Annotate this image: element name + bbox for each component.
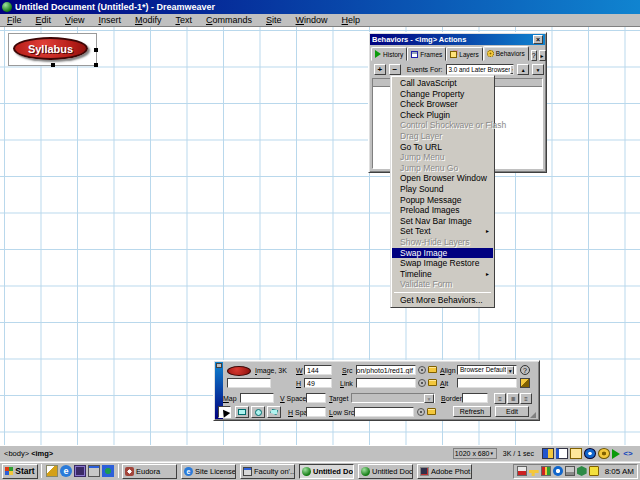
tray-icon-6[interactable] xyxy=(577,466,587,476)
add-behavior-button[interactable]: + xyxy=(374,64,386,75)
quick-launch-icon-3[interactable] xyxy=(74,465,86,477)
close-icon[interactable]: × xyxy=(533,35,543,44)
edit-button[interactable]: Edit xyxy=(495,406,529,417)
css-styles-icon[interactable] xyxy=(584,448,596,459)
browse-folder-icon[interactable] xyxy=(428,379,437,386)
menu-item-set-nav-bar-image[interactable]: Set Nav Bar Image xyxy=(392,216,493,227)
border-field[interactable] xyxy=(462,393,488,403)
body-tag[interactable]: <body> xyxy=(4,449,29,458)
quick-launch-icon-5[interactable] xyxy=(102,465,114,477)
menu-file[interactable]: File xyxy=(0,14,29,26)
move-down-icon[interactable]: ▼ xyxy=(532,64,544,75)
task-button-site-license[interactable]: e Site License... xyxy=(181,464,236,479)
resize-handle-right[interactable] xyxy=(94,48,98,52)
remove-behavior-button[interactable]: − xyxy=(389,64,401,75)
move-up-icon[interactable]: ▲ xyxy=(517,64,529,75)
menu-item-set-text[interactable]: Set Text ► xyxy=(392,226,493,237)
menu-view[interactable]: View xyxy=(58,14,91,26)
browse-folder-icon[interactable] xyxy=(428,366,437,373)
events-for-dropdown[interactable]: 3.0 and Later Browser ▼ xyxy=(446,64,515,75)
tray-icon-3[interactable] xyxy=(541,466,551,476)
height-field[interactable]: 49 xyxy=(304,378,332,388)
panel-expander-icon[interactable] xyxy=(530,412,536,418)
show-desktop-icon[interactable] xyxy=(88,465,100,477)
panel-collapse-icon[interactable] xyxy=(216,363,222,368)
menu-item-play-sound[interactable]: Play Sound xyxy=(392,184,493,195)
task-button-eudora[interactable]: Eudora xyxy=(122,464,177,479)
menu-item-check-plugin[interactable]: Check Plugin xyxy=(392,110,493,121)
img-tag[interactable]: <img> xyxy=(31,449,53,458)
circle-hotspot-button[interactable] xyxy=(251,406,265,418)
menu-help[interactable]: Help xyxy=(335,14,368,26)
task-button-faculty[interactable]: Faculty on'... xyxy=(240,464,295,479)
menu-item-timeline[interactable]: Timeline ► xyxy=(392,269,493,280)
help-icon[interactable]: ? xyxy=(531,50,537,61)
task-button-untitled-doc-1[interactable]: Untitled Doc... xyxy=(299,464,354,479)
menu-commands[interactable]: Commands xyxy=(199,14,259,26)
selected-image[interactable]: Syllabus xyxy=(8,33,97,66)
align-dropdown[interactable]: Browser Default ▼ xyxy=(457,365,517,375)
tag-selector[interactable]: <body> <img> xyxy=(4,449,453,458)
tray-icon-4[interactable] xyxy=(553,466,563,476)
point-to-file-icon[interactable] xyxy=(418,366,426,374)
edit-pencil-icon[interactable] xyxy=(520,378,530,388)
tray-icon-2[interactable] xyxy=(529,466,539,476)
hspace-field[interactable] xyxy=(306,407,326,417)
menu-item-open-browser-window[interactable]: Open Browser Window xyxy=(392,173,493,184)
menu-item-go-to-url[interactable]: Go To URL xyxy=(392,142,493,153)
task-button-adobe-photoshop[interactable]: Adobe Phot... xyxy=(417,464,472,479)
help-icon[interactable]: ? xyxy=(520,365,530,375)
panel-expand-icon[interactable]: ► xyxy=(539,50,546,61)
image-name-field[interactable] xyxy=(227,378,271,388)
tray-icon-7[interactable] xyxy=(589,466,599,476)
lowsrc-field[interactable] xyxy=(354,407,414,417)
menu-item-swap-image[interactable]: Swap Image xyxy=(392,248,493,259)
quick-launch-ie-icon[interactable]: e xyxy=(60,465,72,477)
menu-text[interactable]: Text xyxy=(168,14,199,26)
align-center-button[interactable]: ≣ xyxy=(507,393,519,404)
browse-folder-icon[interactable] xyxy=(427,408,436,415)
vspace-field[interactable] xyxy=(306,393,326,403)
html-styles-icon[interactable] xyxy=(570,448,582,459)
behaviors-icon[interactable] xyxy=(598,448,610,459)
point-to-file-icon[interactable] xyxy=(418,379,426,387)
menu-site[interactable]: Site xyxy=(259,14,289,26)
alt-field[interactable] xyxy=(457,378,517,388)
menu-modify[interactable]: Modify xyxy=(128,14,169,26)
menu-item-preload-images[interactable]: Preload Images xyxy=(392,205,493,216)
start-button[interactable]: Start xyxy=(2,464,38,479)
history-icon[interactable] xyxy=(612,449,620,459)
tab-frames[interactable]: Frames xyxy=(407,47,446,61)
map-field[interactable] xyxy=(240,393,274,403)
resize-handle-corner[interactable] xyxy=(94,63,98,67)
html-source-icon[interactable]: <> xyxy=(622,448,634,459)
menu-insert[interactable]: Insert xyxy=(91,14,128,26)
menu-item-popup-message[interactable]: Popup Message xyxy=(392,195,493,206)
tray-icon-1[interactable] xyxy=(517,466,527,476)
link-field[interactable] xyxy=(356,378,416,388)
tab-layers[interactable]: Layers xyxy=(446,47,483,61)
refresh-button[interactable]: Refresh xyxy=(453,406,491,417)
window-size-selector[interactable]: 1020 x 680 ▾ xyxy=(453,448,497,459)
rect-hotspot-button[interactable] xyxy=(235,406,249,418)
tab-history[interactable]: History xyxy=(371,47,407,61)
chevron-down-icon[interactable]: ▼ xyxy=(506,366,514,375)
menu-item-swap-image-restore[interactable]: Swap Image Restore xyxy=(392,258,493,269)
menu-item-check-browser[interactable]: Check Browser xyxy=(392,99,493,110)
quick-launch-icon-1[interactable] xyxy=(46,465,58,477)
menu-item-get-more-behaviors[interactable]: Get More Behaviors... xyxy=(392,295,493,306)
src-field[interactable]: nication/photo1/red1.gif xyxy=(356,365,416,375)
task-button-untitled-doc-2[interactable]: Untitled Doc... xyxy=(358,464,413,479)
resize-handle-bottom[interactable] xyxy=(51,63,55,67)
chevron-down-icon[interactable]: ▼ xyxy=(510,65,514,74)
menu-item-call-javascript[interactable]: Call JavaScript xyxy=(392,78,493,89)
site-icon[interactable] xyxy=(542,448,554,459)
polygon-hotspot-button[interactable] xyxy=(267,406,281,418)
width-field[interactable]: 144 xyxy=(304,365,332,375)
menu-item-change-property[interactable]: Change Property xyxy=(392,89,493,100)
point-to-file-icon[interactable] xyxy=(417,408,425,416)
library-icon[interactable] xyxy=(556,448,568,459)
align-left-button[interactable]: ≡ xyxy=(494,393,506,404)
tab-behaviors[interactable]: Behaviors xyxy=(483,46,529,61)
align-right-button[interactable]: ≡ xyxy=(520,393,532,404)
